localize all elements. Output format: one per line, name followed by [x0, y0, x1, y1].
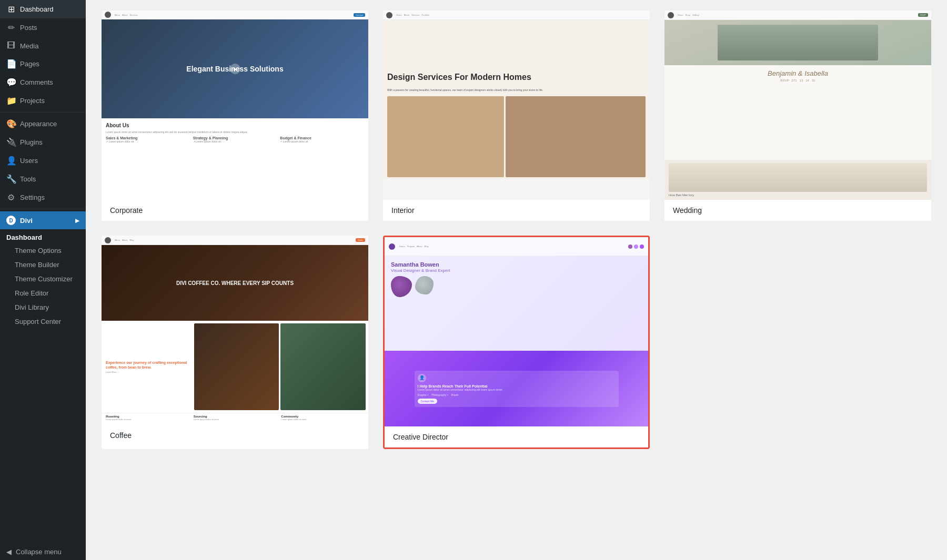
main-content: Menu About Services Contact Elegant Busi… [86, 0, 947, 560]
divi-label: Divi [20, 217, 33, 225]
theme-card-interior[interactable]: Home About Services Portfolio Design Ser… [383, 11, 650, 221]
theme-label-interior: Interior [383, 200, 650, 221]
corporate-hero: Elegant Business Solutions ▶ [102, 19, 368, 118]
creative-director-shapes [391, 276, 642, 297]
theme-label-coffee: Coffee [102, 425, 368, 446]
cd-shape-purple [391, 276, 412, 297]
coffee-img-1 [194, 323, 279, 410]
cd-cta-button[interactable]: Contact Me [418, 399, 438, 404]
cd-shape-gray [415, 276, 434, 294]
creative-director-title: Visual Designer & Brand Expert [391, 268, 642, 273]
media-icon: 🎞 [6, 41, 16, 50]
creative-director-bottom-text: I Help Brands Reach Their Full Potential [418, 384, 616, 388]
topbar-logo-int [386, 12, 392, 18]
theme-label-corporate: Corporate [102, 200, 368, 221]
corporate-play-icon: ▶ [230, 64, 240, 74]
topbar-nav: Menu About Services [115, 14, 138, 16]
theme-preview-interior: Home About Services Portfolio Design Ser… [383, 11, 650, 200]
posts-icon: ✏ [6, 23, 16, 33]
comments-icon: 💬 [6, 77, 16, 87]
sidebar-item-posts[interactable]: ✏ Posts [0, 18, 86, 37]
sidebar-item-users-label: Users [20, 157, 38, 165]
pages-icon: 📄 [6, 59, 16, 69]
collapse-icon: ◀ [6, 548, 12, 556]
sidebar-item-pages[interactable]: 📄 Pages [0, 55, 86, 73]
sidebar-item-projects-label: Projects [20, 97, 45, 105]
topbar-logo [105, 12, 111, 18]
cd-nav-dots [628, 245, 644, 249]
appearance-icon: 🎨 [6, 119, 16, 129]
cd-avatar-icon: 👤 [418, 374, 426, 382]
sidebar: ⊞ Dashboard ✏ Posts 🎞 Media 📄 Pages 💬 Co… [0, 0, 86, 560]
wedding-bottom: How Ben Met Izzy [664, 160, 931, 200]
sidebar-item-appearance-label: Appearance [20, 120, 57, 128]
sidebar-item-tools[interactable]: 🔧 Tools [0, 170, 86, 188]
sidebar-item-dashboard-label: Dashboard [20, 5, 54, 13]
sidebar-item-settings[interactable]: ⚙ Settings [0, 188, 86, 207]
theme-preview-corporate: Menu About Services Contact Elegant Busi… [102, 11, 368, 200]
creative-director-header: Home Projects About Blog [385, 237, 648, 256]
sidebar-item-projects[interactable]: 📁 Projects [0, 91, 86, 110]
corporate-stats: Sales & Marketing ↗ Lorem ipsum dolor si… [106, 136, 364, 144]
sidebar-item-comments[interactable]: 💬 Comments [0, 73, 86, 91]
creative-director-bottom: 👤 I Help Brands Reach Their Full Potenti… [385, 351, 648, 426]
wedding-photo [664, 20, 931, 65]
divi-submenu: Dashboard Theme Options Theme Builder Th… [0, 229, 86, 329]
theme-card-corporate[interactable]: Menu About Services Contact Elegant Busi… [102, 11, 368, 221]
plugins-icon: 🔌 [6, 137, 16, 147]
coffee-img-2 [280, 323, 366, 410]
theme-card-wedding[interactable]: Home Story Gallery RSVP Benjamin & Isabe… [664, 11, 931, 221]
sidebar-item-plugins[interactable]: 🔌 Plugins [0, 133, 86, 151]
theme-preview-creative-director: Home Projects About Blog Sama [385, 237, 648, 426]
interior-hero: Design Services For Modern Homes [383, 20, 650, 86]
coffee-hero: DIVI COFFEE CO. WHERE EVERY SIP COUNTS [102, 245, 368, 321]
sidebar-item-divi-library[interactable]: Divi Library [0, 300, 86, 314]
theme-preview-wedding: Home Story Gallery RSVP Benjamin & Isabe… [664, 11, 931, 200]
theme-label-creative-director: Creative Director [385, 426, 648, 447]
divi-dashboard-label: Dashboard [0, 229, 86, 243]
wedding-names: Benjamin & Isabella [768, 69, 828, 78]
sidebar-item-media[interactable]: 🎞 Media [0, 37, 86, 55]
sidebar-item-support-center[interactable]: Support Center [0, 314, 86, 329]
sidebar-item-settings-label: Settings [20, 194, 45, 201]
sidebar-item-users[interactable]: 👤 Users [0, 151, 86, 170]
sidebar-item-theme-builder[interactable]: Theme Builder [0, 258, 86, 272]
sidebar-item-posts-label: Posts [20, 24, 37, 32]
interior-img-2 [506, 96, 646, 177]
users-icon: 👤 [6, 156, 16, 166]
cd-logo-icon [389, 243, 395, 250]
topbar-cta: Contact [354, 13, 365, 17]
sidebar-item-theme-options[interactable]: Theme Options [0, 243, 86, 258]
theme-card-creative-director[interactable]: Home Projects About Blog Sama [383, 236, 650, 449]
interior-description: With a passion for creating beautiful, f… [383, 86, 650, 94]
theme-preview-coffee: Menu About Blog Order DIVI COFFEE CO. WH… [102, 236, 368, 425]
topbar-logo-cof [105, 237, 111, 243]
collapse-menu-button[interactable]: ◀ Collapse menu [0, 544, 86, 560]
divider-1 [0, 112, 86, 113]
coffee-hero-text: DIVI COFFEE CO. WHERE EVERY SIP COUNTS [176, 280, 294, 287]
divider-2 [0, 209, 86, 209]
theme-card-coffee[interactable]: Menu About Blog Order DIVI COFFEE CO. WH… [102, 236, 368, 449]
wedding-bottom-label: How Ben Met Izzy [669, 194, 927, 197]
sidebar-item-dashboard[interactable]: ⊞ Dashboard [0, 0, 86, 18]
cd-bottom-sub: Lorem ipsum dolor sit amet consectetur a… [418, 388, 616, 391]
sidebar-item-appearance[interactable]: 🎨 Appearance [0, 115, 86, 133]
interior-img-1 [387, 96, 504, 177]
interior-images [383, 94, 650, 179]
divi-arrow-icon: ▶ [75, 218, 79, 223]
topbar-wedding: Home Story Gallery RSVP [664, 11, 931, 20]
sidebar-item-role-editor[interactable]: Role Editor [0, 286, 86, 300]
tools-icon: 🔧 [6, 174, 16, 184]
wedding-content: Benjamin & Isabella RSVP 271 13 14 31 [664, 65, 931, 160]
topbar-coffee: Menu About Blog Order [102, 236, 368, 245]
collapse-label: Collapse menu [16, 548, 62, 556]
cd-bottom-card: 👤 I Help Brands Reach Their Full Potenti… [415, 371, 619, 407]
interior-hero-title: Design Services For Modern Homes [387, 72, 531, 82]
divi-icon: D [6, 216, 16, 225]
sidebar-item-plugins-label: Plugins [20, 138, 43, 146]
sidebar-item-pages-label: Pages [20, 60, 39, 68]
theme-grid: Menu About Services Contact Elegant Busi… [102, 11, 931, 449]
sidebar-item-comments-label: Comments [20, 78, 53, 86]
sidebar-item-divi[interactable]: D Divi ▶ [0, 211, 86, 229]
sidebar-item-theme-customizer[interactable]: Theme Customizer [0, 272, 86, 286]
